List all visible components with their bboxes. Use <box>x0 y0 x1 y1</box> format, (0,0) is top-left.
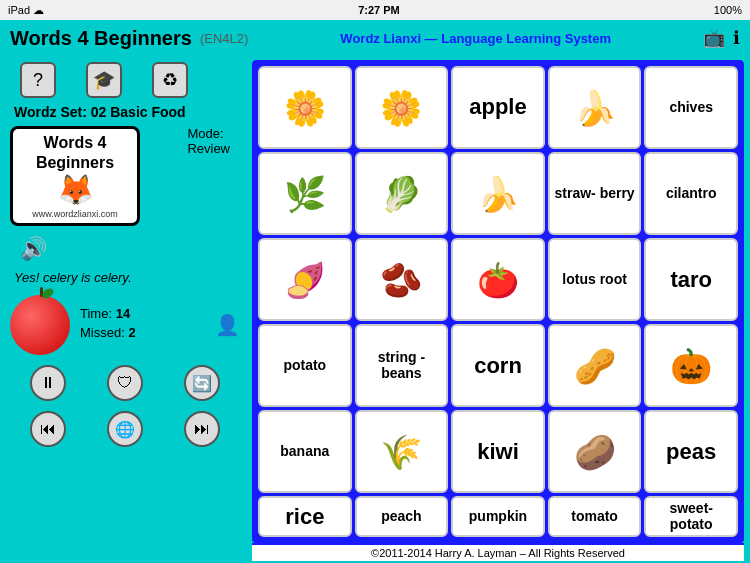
pause-icon: ⏸ <box>40 374 56 392</box>
grid-cell-greens1[interactable]: 🌿 <box>258 152 352 235</box>
logo-url: www.wordzlianxi.com <box>32 209 118 219</box>
timer-value: 14 <box>116 306 130 321</box>
grid-cell-banana3[interactable]: banana <box>258 410 352 493</box>
recycle-button[interactable]: ♻ <box>152 62 188 98</box>
grid-cell-mushroom-img[interactable]: 🥜 <box>548 324 642 407</box>
speaker-icon[interactable]: 🔊 <box>20 236 47 262</box>
missed-value: 2 <box>128 325 135 340</box>
grid-container: 🌼🌼apple🍌chives🌿🥬🍌straw- berrycilantro🍠🫘🍅… <box>252 60 744 543</box>
grid-cell-greens2[interactable]: 🥬 <box>355 152 449 235</box>
help-icon: ? <box>33 70 43 91</box>
timer-block: Time: 14 Missed: 2 <box>80 306 136 344</box>
left-panel: ? 🎓 ♻ Wordz Set: 02 Basic Food Words 4Be… <box>0 56 250 563</box>
grid-cell-cilantro[interactable]: cilantro <box>644 152 738 235</box>
missed-label: Missed: <box>80 325 125 340</box>
status-time: 7:27 PM <box>358 4 400 16</box>
recycle-icon: ♻ <box>162 69 178 91</box>
grid-cell-corn[interactable]: corn <box>451 324 545 407</box>
missed-row: Missed: 2 <box>80 325 136 340</box>
grid-cell-kiwi[interactable]: kiwi <box>451 410 545 493</box>
grid-cell-herb-img[interactable]: 🌾 <box>355 410 449 493</box>
info-icon[interactable]: ℹ <box>733 27 740 49</box>
mode-block: Mode: Review <box>187 126 230 156</box>
next-button[interactable]: ⏭ <box>184 411 220 447</box>
grid-cell-pumpkin-img[interactable]: 🎃 <box>644 324 738 407</box>
grid-cell-peas[interactable]: peas <box>644 410 738 493</box>
shield-icon: 🛡 <box>117 374 133 392</box>
right-panel: 🌼🌼apple🍌chives🌿🥬🍌straw- berrycilantro🍠🫘🍅… <box>250 56 750 563</box>
battery-label: 100% <box>714 4 742 16</box>
graduate-icon: 🎓 <box>93 69 115 91</box>
bottom-controls-1: ⏸ 🛡 🔄 <box>10 365 240 401</box>
grid-cell-lotusroot[interactable]: lotus root <box>548 238 642 321</box>
grid-cell-strawberry[interactable]: straw- berry <box>548 152 642 235</box>
status-left: iPad ☁ <box>8 4 44 17</box>
status-right: 100% <box>714 4 742 16</box>
logo-mode-row: Words 4Beginners 🦊 www.wordzlianxi.com M… <box>10 126 240 226</box>
grid-cell-chives[interactable]: chives <box>644 66 738 149</box>
grid-cell-rice[interactable]: rice <box>258 496 352 537</box>
grid-cell-banana1[interactable]: 🍌 <box>548 66 642 149</box>
timer-row: Time: 14 <box>80 306 136 321</box>
timer-label: Time: <box>80 306 112 321</box>
main-content: ? 🎓 ♻ Wordz Set: 02 Basic Food Words 4Be… <box>0 56 750 563</box>
shield-button[interactable]: 🛡 <box>107 365 143 401</box>
tv-icon[interactable]: 📺 <box>703 27 725 49</box>
apple-image <box>10 295 70 355</box>
celery-text: Yes! celery is celery. <box>14 270 240 285</box>
header: Words 4 Beginners (EN4L2) Wordz Lianxi —… <box>0 20 750 56</box>
logo-title: Words 4Beginners <box>36 133 114 171</box>
grid-cell-tomato-img[interactable]: 🍅 <box>451 238 545 321</box>
grid-cell-sweetpotato[interactable]: sweet- potato <box>644 496 738 537</box>
next-icon: ⏭ <box>194 420 210 438</box>
wordz-set-label: Wordz Set: <box>14 104 87 120</box>
book-logo: Words 4Beginners 🦊 www.wordzlianxi.com <box>10 126 140 226</box>
globe-button[interactable]: 🌐 <box>107 411 143 447</box>
apple-leaf <box>41 287 55 300</box>
copyright-bar: ©2011-2014 Harry A. Layman – All Rights … <box>252 543 744 561</box>
grid-cell-flower1[interactable]: 🌼 <box>258 66 352 149</box>
wordz-set-row: Wordz Set: 02 Basic Food <box>14 104 240 120</box>
top-icon-row: ? 🎓 ♻ <box>20 62 240 98</box>
grid-cell-tomato[interactable]: tomato <box>548 496 642 537</box>
mode-value: Review <box>187 141 230 156</box>
bottom-controls-2: ⏮ 🌐 ⏭ <box>10 411 240 447</box>
grid-cell-potato-img[interactable]: 🥔 <box>548 410 642 493</box>
app-title: Words 4 Beginners <box>10 27 192 50</box>
header-icons: 📺 ℹ <box>703 27 740 49</box>
grid-cell-taro[interactable]: taro <box>644 238 738 321</box>
grid-cell-flower2[interactable]: 🌼 <box>355 66 449 149</box>
user-icon[interactable]: 👤 <box>215 313 240 337</box>
grid-cell-stringbeans[interactable]: string -beans <box>355 324 449 407</box>
pause-button[interactable]: ⏸ <box>30 365 66 401</box>
refresh-icon: 🔄 <box>192 374 212 393</box>
grid-cell-beans-img[interactable]: 🫘 <box>355 238 449 321</box>
logo-fox: 🦊 <box>57 172 94 207</box>
ipad-label: iPad ☁ <box>8 4 44 17</box>
header-center-text: Wordz Lianxi — Language Learning System <box>340 31 611 46</box>
grid-cell-sweetpotato-img[interactable]: 🍠 <box>258 238 352 321</box>
grid-cell-apple[interactable]: apple <box>451 66 545 149</box>
help-button[interactable]: ? <box>20 62 56 98</box>
app-subtitle: (EN4L2) <box>200 31 248 46</box>
wordz-set-value: 02 Basic Food <box>91 104 186 120</box>
grid-cell-banana2[interactable]: 🍌 <box>451 152 545 235</box>
prev-icon: ⏮ <box>40 420 56 438</box>
refresh-button[interactable]: 🔄 <box>184 365 220 401</box>
prev-button[interactable]: ⏮ <box>30 411 66 447</box>
grid-cell-peach[interactable]: peach <box>355 496 449 537</box>
status-bar: iPad ☁ 7:27 PM 100% <box>0 0 750 20</box>
mode-label: Mode: <box>187 126 230 141</box>
grid-cell-potato[interactable]: potato <box>258 324 352 407</box>
speaker-row: 🔊 <box>20 236 240 262</box>
grid-cell-pumpkin[interactable]: pumpkin <box>451 496 545 537</box>
apple-timer-row: Time: 14 Missed: 2 👤 <box>10 295 240 355</box>
globe-icon: 🌐 <box>115 420 135 439</box>
graduate-button[interactable]: 🎓 <box>86 62 122 98</box>
